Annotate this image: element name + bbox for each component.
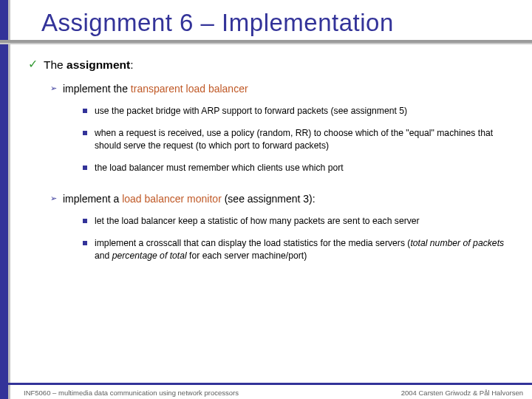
b5-italic-2: percentage of total	[112, 250, 187, 261]
l3-text-5: implement a crosscall that can display t…	[95, 237, 513, 262]
arrow-icon: ➢	[50, 194, 57, 206]
b5-italic-1: total number of packets	[410, 238, 504, 248]
b5-post: for each server machine/port)	[187, 250, 307, 261]
content-area: ✓ The assignment: ➢ implement the transp…	[0, 40, 532, 262]
bullet-level2: ➢ implement a load balancer monitor (see…	[50, 192, 517, 206]
level2-text: implement the transparent load balancer	[63, 82, 248, 96]
l2b-post: (see assignment 3):	[222, 193, 316, 205]
l2b-keyword: load balancer monitor	[122, 193, 222, 205]
square-icon	[83, 109, 87, 113]
b5-pre: implement a crosscall that can display t…	[95, 238, 410, 248]
l1-bold: assignment	[66, 58, 130, 71]
footer: INF5060 – multimedia data communication …	[0, 383, 532, 399]
l1-after: :	[130, 58, 133, 71]
bullet-level3: implement a crosscall that can display t…	[83, 237, 517, 262]
square-icon	[83, 241, 87, 245]
slide-title: Assignment 6 – Implementation	[41, 9, 517, 37]
square-icon	[83, 166, 87, 170]
bullet-level3: use the packet bridge with ARP support t…	[83, 105, 517, 117]
level1-text: The assignment:	[44, 58, 133, 73]
l2a-keyword: transparent load balancer	[131, 83, 248, 95]
l2b-pre: implement a	[63, 193, 122, 205]
footer-right-text: 2004 Carsten Griwodz & Pål Halvorsen	[401, 389, 523, 397]
bullet-level3: when a request is received, use a policy…	[83, 127, 517, 151]
l3-text-1: use the packet bridge with ARP support t…	[95, 105, 407, 117]
l1-pre: The	[44, 58, 66, 71]
checkmark-icon: ✓	[28, 58, 38, 73]
square-icon	[83, 219, 87, 223]
footer-divider	[0, 383, 532, 385]
l3-text-3: the load balancer must remember which cl…	[95, 162, 344, 174]
bullet-level3: let the load balancer keep a statistic o…	[83, 215, 517, 227]
square-icon	[83, 131, 87, 135]
l3-text-4: let the load balancer keep a statistic o…	[95, 215, 420, 227]
l2a-pre: implement the	[63, 83, 131, 95]
title-area: Assignment 6 – Implementation	[0, 0, 532, 40]
l3-text-2: when a request is received, use a policy…	[95, 127, 513, 151]
bullet-level1: ✓ The assignment:	[28, 58, 517, 73]
b5-mid: and	[95, 250, 112, 261]
slide: Assignment 6 – Implementation ✓ The assi…	[0, 0, 532, 399]
bullet-level3: the load balancer must remember which cl…	[83, 162, 517, 174]
level2-text-2: implement a load balancer monitor (see a…	[63, 192, 316, 206]
bullet-level2: ➢ implement the transparent load balance…	[50, 82, 517, 96]
footer-left-text: INF5060 – multimedia data communication …	[24, 389, 239, 397]
arrow-icon: ➢	[50, 83, 57, 96]
